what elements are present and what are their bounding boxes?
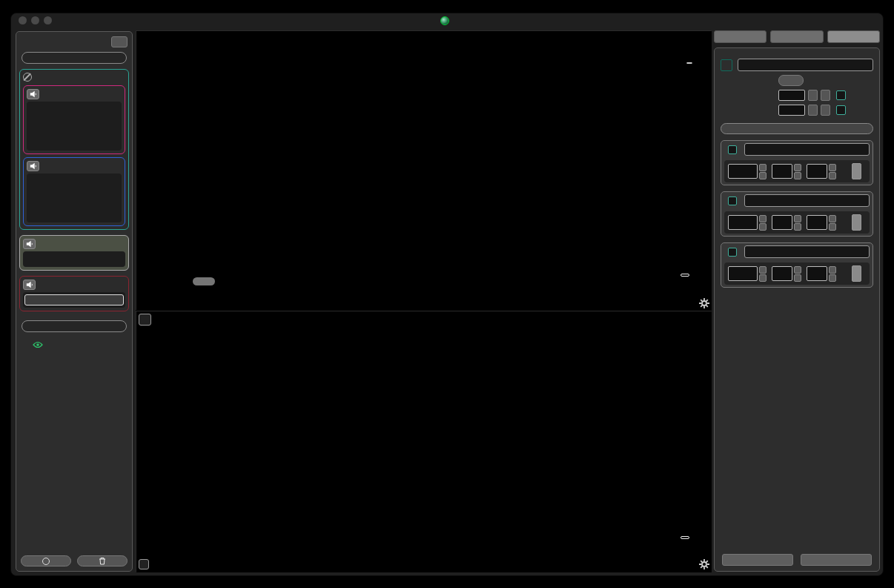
- filter-gain-field[interactable]: [772, 164, 792, 179]
- freq-decrement-button[interactable]: [759, 223, 766, 231]
- magnitude-plot-canvas[interactable]: [136, 311, 712, 572]
- level-enable-checkbox[interactable]: [836, 90, 846, 100]
- speaker-icon[interactable]: [27, 89, 39, 99]
- bw-decrement-button[interactable]: [829, 274, 836, 282]
- speaker-icon[interactable]: [23, 239, 36, 249]
- measurement-item[interactable]: [28, 115, 120, 126]
- add-eq-filter-button[interactable]: [721, 123, 873, 134]
- tab-sum[interactable]: [827, 30, 880, 43]
- mute-icon[interactable]: [23, 73, 32, 82]
- measurement-color-chip: [30, 106, 38, 113]
- filter-gain-field[interactable]: [772, 215, 792, 230]
- group-front-fill[interactable]: [19, 235, 129, 271]
- bypass-eq-button[interactable]: [722, 554, 793, 566]
- speaker-icon[interactable]: [27, 161, 39, 171]
- level-decrement-button[interactable]: [808, 90, 818, 101]
- speaker-icon[interactable]: [23, 280, 36, 290]
- measurement-item[interactable]: [28, 104, 120, 115]
- freq-increment-button[interactable]: [759, 215, 766, 222]
- measurement-color-chip: [30, 200, 38, 208]
- bw-decrement-button[interactable]: [829, 172, 836, 179]
- measurement-item[interactable]: [28, 137, 120, 148]
- filter-enable-checkbox[interactable]: [728, 248, 737, 257]
- measurement-item[interactable]: [28, 187, 120, 198]
- flatten-eq-button[interactable]: [801, 554, 872, 566]
- measurement-item[interactable]: [28, 209, 120, 220]
- freq-decrement-button[interactable]: [759, 172, 766, 179]
- polarity-button[interactable]: [778, 75, 804, 86]
- phase-settings-gear-icon[interactable]: [698, 297, 710, 309]
- measurement-item[interactable]: [24, 254, 124, 265]
- gain-decrement-button[interactable]: [794, 223, 801, 231]
- filter-type-select[interactable]: [744, 143, 870, 156]
- group-main-right[interactable]: [23, 157, 125, 226]
- add-dsp-channel-button[interactable]: [21, 52, 127, 64]
- gain-decrement-button[interactable]: [794, 172, 801, 179]
- delay-increment-button[interactable]: [821, 105, 830, 116]
- window-controls: [19, 16, 52, 24]
- freq-increment-button[interactable]: [759, 164, 766, 171]
- filter-gain-field[interactable]: [772, 266, 792, 281]
- delete-button[interactable]: [77, 555, 128, 566]
- freq-increment-button[interactable]: [759, 266, 766, 274]
- measurement-item[interactable]: [28, 126, 120, 137]
- measurement-item-selected[interactable]: [24, 294, 124, 305]
- delay-readout: [686, 62, 692, 64]
- bw-increment-button[interactable]: [829, 164, 836, 171]
- minimize-button[interactable]: [31, 16, 39, 24]
- filter-order-control: [852, 265, 861, 282]
- delay-decrement-button[interactable]: [808, 105, 818, 116]
- measurement-color-chip: [30, 128, 38, 136]
- filter-enable-checkbox[interactable]: [728, 145, 737, 154]
- channel-select[interactable]: [738, 59, 873, 71]
- filter-type-select[interactable]: [744, 194, 870, 207]
- phase-plot-canvas[interactable]: [136, 31, 712, 311]
- magnitude-settings-gear-icon[interactable]: [698, 558, 710, 570]
- group-main-left[interactable]: [23, 85, 125, 154]
- add-annotation-button[interactable]: [139, 559, 149, 569]
- tab-ser[interactable]: [770, 30, 823, 43]
- measurement-item[interactable]: [28, 176, 120, 187]
- dsp-channels-sidebar: [16, 31, 133, 572]
- group-main-left-right[interactable]: [19, 69, 129, 230]
- level-increment-button[interactable]: [821, 90, 830, 101]
- filter-bw-field[interactable]: [807, 215, 827, 230]
- filter-bw-field[interactable]: [807, 266, 827, 281]
- filter-frequency-field[interactable]: [728, 164, 758, 179]
- measurement-item[interactable]: [28, 198, 120, 209]
- window-title-area: [440, 16, 454, 25]
- add-sum-response-button[interactable]: [21, 320, 127, 332]
- filter-frequency-field[interactable]: [728, 215, 758, 230]
- filter-bw-field[interactable]: [807, 164, 827, 179]
- measurement-color-chip: [30, 139, 38, 147]
- delay-value-field[interactable]: [778, 105, 805, 116]
- phase-octave-button[interactable]: [681, 274, 689, 277]
- delay-enable-checkbox[interactable]: [836, 105, 846, 115]
- filter-type-select[interactable]: [744, 245, 870, 258]
- filter-enable-checkbox[interactable]: [728, 196, 737, 205]
- gain-increment-button[interactable]: [794, 215, 801, 222]
- maximize-button[interactable]: [44, 16, 52, 24]
- sum-result-item[interactable]: [19, 341, 129, 350]
- magnitude-octave-button[interactable]: [681, 536, 689, 539]
- app-icon: [440, 16, 449, 25]
- bw-increment-button[interactable]: [829, 215, 836, 222]
- swap-axes-icon[interactable]: [139, 314, 151, 326]
- group-subs[interactable]: [19, 276, 129, 311]
- filter-order-control: [852, 214, 861, 231]
- tab-modeler[interactable]: [714, 30, 766, 43]
- gain-decrement-button[interactable]: [794, 274, 801, 282]
- gain-increment-button[interactable]: [794, 164, 801, 171]
- gain-increment-button[interactable]: [794, 266, 801, 274]
- eye-icon[interactable]: [33, 341, 43, 350]
- eq-filter-card: [721, 242, 873, 288]
- bw-decrement-button[interactable]: [829, 223, 836, 231]
- app-window: [10, 13, 884, 576]
- info-button[interactable]: [21, 555, 71, 566]
- freq-decrement-button[interactable]: [759, 274, 766, 282]
- filter-frequency-field[interactable]: [728, 266, 758, 281]
- level-value-field[interactable]: [778, 90, 805, 101]
- bw-increment-button[interactable]: [829, 266, 836, 274]
- hamburger-menu-icon[interactable]: [111, 36, 128, 47]
- close-button[interactable]: [19, 16, 27, 24]
